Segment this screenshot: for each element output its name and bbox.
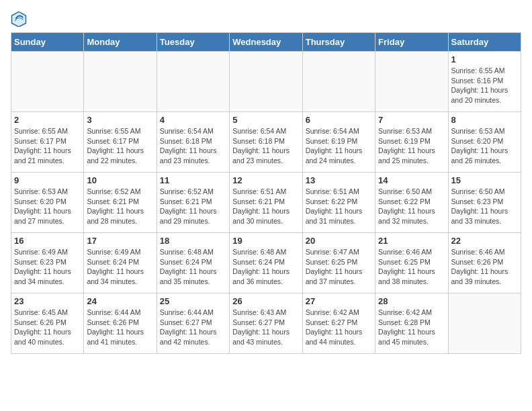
calendar-cell: 25Sunrise: 6:44 AM Sunset: 6:27 PM Dayli…	[157, 293, 229, 354]
calendar-cell	[448, 293, 521, 354]
calendar-cell: 11Sunrise: 6:52 AM Sunset: 6:21 PM Dayli…	[157, 173, 229, 233]
calendar-week-0: 1Sunrise: 6:55 AM Sunset: 6:16 PM Daylig…	[11, 52, 521, 112]
calendar-cell: 26Sunrise: 6:43 AM Sunset: 6:27 PM Dayli…	[230, 293, 302, 354]
day-number: 11	[160, 175, 226, 185]
weekday-header-saturday: Saturday	[448, 33, 521, 52]
day-number: 13	[306, 175, 372, 185]
calendar-cell: 20Sunrise: 6:47 AM Sunset: 6:25 PM Dayli…	[302, 233, 375, 293]
day-number: 8	[451, 115, 518, 125]
header	[11, 11, 521, 27]
day-info: Sunrise: 6:44 AM Sunset: 6:27 PM Dayligh…	[160, 308, 226, 347]
weekday-header-tuesday: Tuesday	[157, 33, 229, 52]
day-info: Sunrise: 6:52 AM Sunset: 6:21 PM Dayligh…	[160, 187, 226, 226]
day-number: 24	[87, 296, 153, 306]
calendar-cell: 27Sunrise: 6:42 AM Sunset: 6:27 PM Dayli…	[302, 293, 375, 354]
calendar-cell: 6Sunrise: 6:54 AM Sunset: 6:19 PM Daylig…	[302, 112, 375, 173]
weekday-header-monday: Monday	[84, 33, 157, 52]
calendar-cell	[157, 52, 229, 112]
calendar-cell: 4Sunrise: 6:54 AM Sunset: 6:18 PM Daylig…	[157, 112, 229, 173]
day-number: 10	[87, 175, 153, 185]
calendar-cell	[84, 52, 157, 112]
calendar-cell: 23Sunrise: 6:45 AM Sunset: 6:26 PM Dayli…	[11, 293, 84, 354]
logo-icon	[11, 11, 27, 27]
day-number: 22	[451, 236, 518, 246]
day-number: 4	[160, 115, 226, 125]
day-info: Sunrise: 6:51 AM Sunset: 6:21 PM Dayligh…	[232, 187, 299, 226]
calendar-cell: 2Sunrise: 6:55 AM Sunset: 6:17 PM Daylig…	[11, 112, 84, 173]
calendar-cell: 9Sunrise: 6:53 AM Sunset: 6:20 PM Daylig…	[11, 173, 84, 233]
day-info: Sunrise: 6:52 AM Sunset: 6:21 PM Dayligh…	[87, 187, 153, 226]
calendar-cell: 17Sunrise: 6:49 AM Sunset: 6:24 PM Dayli…	[84, 233, 157, 293]
day-number: 7	[378, 115, 445, 125]
day-info: Sunrise: 6:53 AM Sunset: 6:20 PM Dayligh…	[14, 187, 81, 226]
day-info: Sunrise: 6:50 AM Sunset: 6:23 PM Dayligh…	[451, 187, 518, 226]
calendar-week-3: 16Sunrise: 6:49 AM Sunset: 6:23 PM Dayli…	[11, 233, 521, 293]
calendar-cell: 16Sunrise: 6:49 AM Sunset: 6:23 PM Dayli…	[11, 233, 84, 293]
day-number: 18	[160, 236, 226, 246]
calendar-cell: 14Sunrise: 6:50 AM Sunset: 6:22 PM Dayli…	[375, 173, 448, 233]
day-number: 16	[14, 236, 81, 246]
weekday-header-wednesday: Wednesday	[230, 33, 302, 52]
day-info: Sunrise: 6:50 AM Sunset: 6:22 PM Dayligh…	[378, 187, 445, 226]
day-number: 17	[87, 236, 153, 246]
day-number: 12	[232, 175, 299, 185]
calendar-week-1: 2Sunrise: 6:55 AM Sunset: 6:17 PM Daylig…	[11, 112, 521, 173]
day-info: Sunrise: 6:45 AM Sunset: 6:26 PM Dayligh…	[14, 308, 81, 347]
day-info: Sunrise: 6:49 AM Sunset: 6:23 PM Dayligh…	[14, 247, 81, 287]
calendar-cell	[11, 52, 84, 112]
calendar-cell	[302, 52, 375, 112]
day-number: 3	[87, 115, 153, 125]
day-info: Sunrise: 6:53 AM Sunset: 6:19 PM Dayligh…	[378, 126, 445, 166]
day-number: 26	[232, 296, 299, 306]
day-info: Sunrise: 6:42 AM Sunset: 6:27 PM Dayligh…	[306, 308, 372, 347]
day-info: Sunrise: 6:51 AM Sunset: 6:22 PM Dayligh…	[306, 187, 372, 226]
day-number: 1	[451, 54, 518, 64]
day-info: Sunrise: 6:48 AM Sunset: 6:24 PM Dayligh…	[160, 247, 226, 287]
day-number: 28	[378, 296, 445, 306]
weekday-header-thursday: Thursday	[302, 33, 375, 52]
day-info: Sunrise: 6:49 AM Sunset: 6:24 PM Dayligh…	[87, 247, 153, 287]
calendar: SundayMondayTuesdayWednesdayThursdayFrid…	[11, 32, 521, 354]
day-info: Sunrise: 6:48 AM Sunset: 6:24 PM Dayligh…	[232, 247, 299, 287]
day-info: Sunrise: 6:55 AM Sunset: 6:17 PM Dayligh…	[14, 126, 81, 166]
day-info: Sunrise: 6:54 AM Sunset: 6:18 PM Dayligh…	[232, 126, 299, 166]
calendar-cell: 19Sunrise: 6:48 AM Sunset: 6:24 PM Dayli…	[230, 233, 302, 293]
calendar-cell: 1Sunrise: 6:55 AM Sunset: 6:16 PM Daylig…	[448, 52, 521, 112]
calendar-body: 1Sunrise: 6:55 AM Sunset: 6:16 PM Daylig…	[11, 52, 521, 354]
calendar-cell: 12Sunrise: 6:51 AM Sunset: 6:21 PM Dayli…	[230, 173, 302, 233]
calendar-cell: 18Sunrise: 6:48 AM Sunset: 6:24 PM Dayli…	[157, 233, 229, 293]
day-info: Sunrise: 6:53 AM Sunset: 6:20 PM Dayligh…	[451, 126, 518, 166]
calendar-cell	[230, 52, 302, 112]
day-info: Sunrise: 6:46 AM Sunset: 6:25 PM Dayligh…	[378, 247, 445, 287]
weekday-header-sunday: Sunday	[11, 33, 84, 52]
day-number: 27	[306, 296, 372, 306]
calendar-cell: 13Sunrise: 6:51 AM Sunset: 6:22 PM Dayli…	[302, 173, 375, 233]
day-number: 9	[14, 175, 81, 185]
weekday-header-friday: Friday	[375, 33, 448, 52]
day-info: Sunrise: 6:43 AM Sunset: 6:27 PM Dayligh…	[232, 308, 299, 347]
day-info: Sunrise: 6:55 AM Sunset: 6:16 PM Dayligh…	[451, 66, 518, 105]
day-info: Sunrise: 6:54 AM Sunset: 6:19 PM Dayligh…	[306, 126, 372, 166]
calendar-cell: 28Sunrise: 6:42 AM Sunset: 6:28 PM Dayli…	[375, 293, 448, 354]
calendar-cell: 8Sunrise: 6:53 AM Sunset: 6:20 PM Daylig…	[448, 112, 521, 173]
day-info: Sunrise: 6:42 AM Sunset: 6:28 PM Dayligh…	[378, 308, 445, 347]
day-info: Sunrise: 6:46 AM Sunset: 6:26 PM Dayligh…	[451, 247, 518, 287]
day-info: Sunrise: 6:54 AM Sunset: 6:18 PM Dayligh…	[160, 126, 226, 166]
day-number: 21	[378, 236, 445, 246]
day-info: Sunrise: 6:55 AM Sunset: 6:17 PM Dayligh…	[87, 126, 153, 166]
day-number: 15	[451, 175, 518, 185]
day-number: 6	[306, 115, 372, 125]
day-number: 20	[306, 236, 372, 246]
day-number: 23	[14, 296, 81, 306]
day-number: 19	[232, 236, 299, 246]
calendar-cell: 15Sunrise: 6:50 AM Sunset: 6:23 PM Dayli…	[448, 173, 521, 233]
calendar-week-2: 9Sunrise: 6:53 AM Sunset: 6:20 PM Daylig…	[11, 173, 521, 233]
day-number: 14	[378, 175, 445, 185]
day-number: 5	[232, 115, 299, 125]
day-info: Sunrise: 6:44 AM Sunset: 6:26 PM Dayligh…	[87, 308, 153, 347]
calendar-cell: 5Sunrise: 6:54 AM Sunset: 6:18 PM Daylig…	[230, 112, 302, 173]
day-number: 2	[14, 115, 81, 125]
calendar-cell: 7Sunrise: 6:53 AM Sunset: 6:19 PM Daylig…	[375, 112, 448, 173]
calendar-cell: 24Sunrise: 6:44 AM Sunset: 6:26 PM Dayli…	[84, 293, 157, 354]
calendar-week-4: 23Sunrise: 6:45 AM Sunset: 6:26 PM Dayli…	[11, 293, 521, 354]
